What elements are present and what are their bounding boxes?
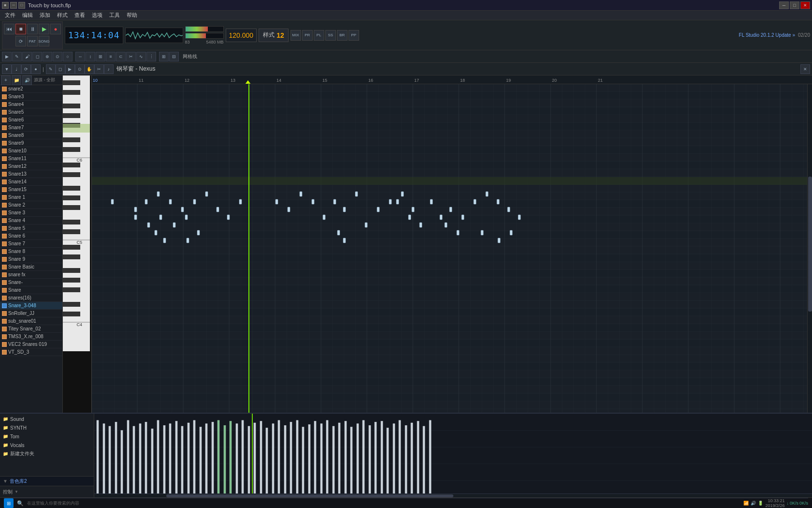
update-text[interactable]: FL Studio 20.1.2 Update » (739, 32, 795, 38)
scale-btn[interactable]: ≡ (106, 52, 116, 61)
plugin-picker-btn[interactable]: PP (348, 30, 359, 41)
pr-loop-btn[interactable]: ⟳ (21, 64, 31, 74)
browser-sound[interactable]: 📁 Sound (0, 415, 94, 423)
inst-snare-5[interactable]: Snare 5 (0, 224, 62, 232)
inst-snare14[interactable]: Snare14 (0, 178, 62, 186)
flip-y-btn[interactable]: ↕ (86, 52, 95, 61)
inst-snare-6[interactable]: Snare 6 (0, 232, 62, 240)
v-scrollbar-thumb[interactable] (808, 177, 812, 312)
eraser-tool-btn[interactable]: ◻ (32, 52, 42, 61)
inst-snare11[interactable]: Snare11 (0, 155, 62, 163)
playlist-btn[interactable]: PL (314, 30, 324, 41)
brush-tool-btn[interactable]: 🖌 (22, 52, 32, 61)
inst-snare-3[interactable]: Snare 3 (0, 209, 62, 217)
inst-vt-sd3[interactable]: VT_SD_3 (0, 348, 62, 356)
inst-snare2[interactable]: snare2 (0, 85, 62, 93)
inst-snare10[interactable]: Snare10 (0, 147, 62, 155)
browser-new-folder[interactable]: 📁 新建文件夹 (0, 449, 94, 458)
menu-options[interactable]: 选项 (89, 11, 105, 20)
minimize-icon[interactable]: ─ (10, 2, 17, 9)
step-seq-btn[interactable]: SS (325, 30, 336, 41)
start-button[interactable]: ⊞ (4, 498, 14, 508)
velocity-bars-area[interactable] (94, 414, 812, 497)
pr-split-btn[interactable]: ✂ (94, 64, 104, 74)
inst-snare-9[interactable]: Snare 9 (0, 255, 62, 263)
mixer-btn[interactable]: MIX (290, 30, 301, 41)
inst-snare-2[interactable]: Snare 2 (0, 201, 62, 209)
pencil-tool-btn[interactable]: ✎ (12, 52, 22, 61)
play-btn[interactable]: ▶ (39, 24, 49, 34)
zoom-tool-btn[interactable]: ⊙ (53, 52, 62, 61)
win-minimize[interactable]: ─ (779, 1, 789, 9)
pr-record-btn[interactable]: ● (31, 64, 41, 74)
pr-marker-btn[interactable]: ♩ (12, 64, 21, 74)
pr-zoom2-btn[interactable]: ⊙ (75, 64, 85, 74)
search-placeholder[interactable]: 在这里输入你要搜索的内容 (27, 500, 79, 507)
chop-btn[interactable]: ✂ (126, 52, 136, 61)
pr-draw-btn[interactable]: ✎ (46, 64, 56, 74)
pr-pan-btn[interactable]: ✋ (85, 64, 94, 74)
inst-snare-7[interactable]: Snare 7 (0, 240, 62, 248)
h-scrollbar-thumb[interactable] (166, 494, 453, 497)
inst-snare4[interactable]: Snare4 (0, 101, 62, 108)
browser-btn[interactable]: BR (337, 30, 348, 41)
inst-snares16[interactable]: snares(16) (0, 294, 62, 302)
inst-snare3[interactable]: Snare3 (0, 93, 62, 101)
browser-synth[interactable]: 📁 SYNTH (0, 423, 94, 432)
pr-close-btn[interactable]: ✕ (800, 64, 810, 74)
rewind-btn[interactable]: ⏮ (4, 24, 14, 34)
browser-vocals[interactable]: 📁 Vocals (0, 441, 94, 449)
menu-view[interactable]: 查看 (72, 11, 88, 20)
piano-roll-grid[interactable]: 10 11 12 13 14 15 16 17 18 19 20 21 (92, 75, 812, 413)
inst-snare-1[interactable]: Snare 1 (0, 194, 62, 201)
inst-snare9[interactable]: Snare9 (0, 139, 62, 147)
inst-snroller[interactable]: SnRoller_JJ (0, 310, 62, 317)
song-btn[interactable]: SONG (39, 36, 49, 46)
arpegio-btn[interactable]: ⋮ (146, 52, 156, 61)
menu-file[interactable]: 文件 (2, 11, 18, 20)
flip-x-btn[interactable]: ↔ (75, 52, 85, 61)
win-close[interactable]: ✕ (800, 1, 810, 9)
record-btn[interactable]: ● (50, 24, 61, 34)
inst-snare15[interactable]: Snare15 (0, 186, 62, 194)
inst-snare-basic[interactable]: Snare Basic (0, 263, 62, 271)
pr-select-btn[interactable]: ▶ (65, 64, 75, 74)
inst-snare5[interactable]: Snare5 (0, 108, 62, 116)
menu-help[interactable]: 帮助 (124, 11, 140, 20)
win-maximize[interactable]: □ (790, 1, 799, 9)
inst-add-btn[interactable]: + (1, 75, 11, 85)
inst-snare-plain[interactable]: Snare (0, 286, 62, 294)
glue-btn[interactable]: ⊂ (116, 52, 126, 61)
pr-chord-btn[interactable]: ♪ (104, 64, 114, 74)
pr-eraser2-btn[interactable]: ◻ (56, 64, 65, 74)
quantize-btn[interactable]: ⊞ (96, 52, 105, 61)
menu-add[interactable]: 添加 (37, 11, 53, 20)
pause-btn[interactable]: ⏸ (27, 24, 38, 34)
inst-snare12[interactable]: Snare12 (0, 163, 62, 170)
inst-snare-minus[interactable]: Snare- (0, 279, 62, 286)
select-tool-btn[interactable]: ▶ (2, 52, 12, 61)
inst-snare8[interactable]: Snare8 (0, 132, 62, 139)
inst-snare-4[interactable]: Snare 4 (0, 217, 62, 224)
inst-folder-btn[interactable]: 📁 (12, 75, 21, 85)
inst-titey[interactable]: Titey Snare_02 (0, 325, 62, 333)
menu-edit[interactable]: 编辑 (19, 11, 36, 20)
inst-snare6[interactable]: Snare6 (0, 116, 62, 124)
menu-style[interactable]: 样式 (54, 11, 71, 20)
menu-tools[interactable]: 工具 (106, 11, 123, 20)
inst-snare-8[interactable]: Snare 8 (0, 248, 62, 255)
inst-snare-fx[interactable]: snare fx (0, 271, 62, 279)
grid-btn[interactable]: ⊟ (169, 52, 179, 61)
tempo-display[interactable]: 120.000 (226, 29, 257, 42)
strum-btn[interactable]: ∿ (136, 52, 146, 61)
stop-btn[interactable]: ■ (15, 24, 26, 34)
pattern-btn[interactable]: PAT (27, 36, 38, 46)
browser-tom[interactable]: 📁 Tom (0, 432, 94, 441)
inst-snare13[interactable]: Snare13 (0, 170, 62, 178)
piano-btn[interactable]: PR (302, 30, 313, 41)
v-scrollbar[interactable] (807, 75, 812, 413)
loop-btn[interactable]: ⟳ (15, 36, 26, 46)
snap-btn[interactable]: ⊞ (159, 52, 169, 61)
pr-down-arrow[interactable]: ▼ (2, 64, 12, 74)
maximize-icon[interactable]: □ (18, 2, 25, 9)
